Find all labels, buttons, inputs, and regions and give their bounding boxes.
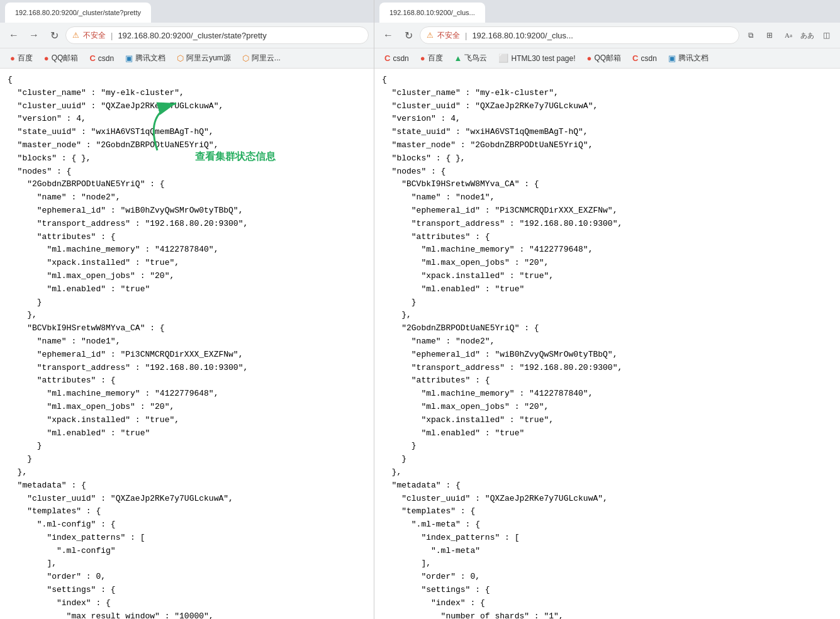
left-browser: 192.168.80.20:9200/_cluster/state?pretty… xyxy=(0,0,374,619)
bookmark-label: HTML30 test page! xyxy=(511,54,575,63)
bookmark-label: 阿里云... xyxy=(252,53,281,64)
bookmark-qqmail[interactable]: ● QQ邮箱 xyxy=(39,52,84,65)
right-url-text: 192.168.80.10:9200/_clus... xyxy=(472,31,573,40)
japanese-text-icon[interactable]: ああ xyxy=(798,26,816,44)
qqmail-icon: ● xyxy=(44,53,49,63)
right-nav-icons: ⧉ ⊞ Aa ああ ◫ xyxy=(742,26,835,44)
bookmark-csdn[interactable]: C csdn xyxy=(84,52,119,64)
feiniuyun-icon: ▲ xyxy=(454,53,462,63)
left-active-tab[interactable]: 192.168.80.20:9200/_cluster/state?pretty xyxy=(5,3,151,23)
security-icon: ⚠ xyxy=(72,31,79,40)
right-bookmark-html30[interactable]: ⬜ HTML30 test page! xyxy=(493,52,580,64)
back-button[interactable]: ← xyxy=(5,26,23,44)
left-content-wrapper: { "cluster_name" : "my-elk-cluster", "cl… xyxy=(0,69,374,619)
bookmark-label: csdn xyxy=(641,54,656,63)
right-insecure-label: 不安全 xyxy=(437,30,460,41)
left-chrome-bar: 192.168.80.20:9200/_cluster/state?pretty… xyxy=(0,0,374,69)
right-bookmark-qqmail[interactable]: ● QQ邮箱 xyxy=(582,52,627,65)
split-icon[interactable]: ◫ xyxy=(817,26,835,44)
separator: | xyxy=(111,31,113,40)
bookmark-label: csdn xyxy=(393,54,408,63)
bookmark-baidu[interactable]: ● 百度 xyxy=(5,52,38,65)
html30-icon: ⬜ xyxy=(498,53,508,63)
right-address-bar[interactable]: ⚠ 不安全 | 192.168.80.10:9200/_clus... xyxy=(420,26,739,44)
bookmark-label: csdn xyxy=(98,54,114,63)
right-content-area: { "cluster_name" : "my-elk-cluster", "cl… xyxy=(374,69,840,619)
baidu-icon: ● xyxy=(10,53,15,63)
baidu-icon-r: ● xyxy=(420,53,425,63)
csdn-icon-r2: C xyxy=(632,53,638,63)
right-bookmark-csdn2[interactable]: C csdn xyxy=(627,52,662,64)
aliyun2-icon: ⬡ xyxy=(242,53,249,63)
forward-button[interactable]: → xyxy=(25,26,43,44)
bookmark-label: 百度 xyxy=(18,53,33,64)
tencent-icon-r: ▣ xyxy=(668,53,676,63)
right-separator: | xyxy=(465,31,467,40)
aliyun-icon: ⬡ xyxy=(177,53,184,63)
left-nav-bar: ← → ↻ ⚠ 不安全 | 192.168.80.20:9200/_cluste… xyxy=(0,23,374,48)
grid-icon[interactable]: ⊞ xyxy=(761,26,778,44)
bookmark-label: 飞鸟云 xyxy=(464,53,487,64)
insecure-label: 不安全 xyxy=(83,30,106,41)
right-reload-button[interactable]: ↻ xyxy=(400,26,417,44)
left-address-bar[interactable]: ⚠ 不安全 | 192.168.80.20:9200/_cluster/stat… xyxy=(65,26,369,44)
bookmark-label: QQ邮箱 xyxy=(52,53,79,64)
bookmark-label: QQ邮箱 xyxy=(594,53,621,64)
right-bookmark-baidu[interactable]: ● 百度 xyxy=(415,52,448,65)
reload-button[interactable]: ↻ xyxy=(45,26,63,44)
left-content-area: { "cluster_name" : "my-elk-cluster", "cl… xyxy=(0,69,374,619)
right-active-tab[interactable]: 192.168.80.10:9200/_clus... xyxy=(379,3,485,23)
left-bookmarks-bar: ● 百度 ● QQ邮箱 C csdn ▣ 腾讯文档 ⬡ 阿里云yum源 ⬡ 阿里… xyxy=(0,48,374,68)
right-bookmark-tencent[interactable]: ▣ 腾讯文档 xyxy=(663,52,714,65)
left-tab-title: 192.168.80.20:9200/_cluster/state?pretty xyxy=(15,9,141,16)
right-browser: 192.168.80.10:9200/_clus... ← ↻ ⚠ 不安全 | … xyxy=(374,0,840,619)
right-bookmark-feiniuyun[interactable]: ▲ 飞鸟云 xyxy=(449,52,493,65)
right-security-icon: ⚠ xyxy=(427,31,434,40)
right-nav-bar: ← ↻ ⚠ 不安全 | 192.168.80.10:9200/_clus... … xyxy=(374,23,840,48)
right-bookmark-csdn[interactable]: C csdn xyxy=(379,52,414,64)
bookmark-label: 百度 xyxy=(428,53,443,64)
bookmark-label: 腾讯文档 xyxy=(135,53,165,64)
right-tab-strip: 192.168.80.10:9200/_clus... xyxy=(374,0,840,23)
csdn-icon: C xyxy=(89,53,95,63)
right-back-button[interactable]: ← xyxy=(379,26,397,44)
right-chrome-bar: 192.168.80.10:9200/_clus... ← ↻ ⚠ 不安全 | … xyxy=(374,0,840,69)
qqmail-icon-r: ● xyxy=(587,53,592,63)
tab-icon[interactable]: ⧉ xyxy=(742,26,759,44)
bookmark-aliyun[interactable]: ⬡ 阿里云... xyxy=(237,52,286,65)
right-tab-title: 192.168.80.10:9200/_clus... xyxy=(389,9,475,16)
bookmark-aliyun-yum[interactable]: ⬡ 阿里云yum源 xyxy=(172,52,236,65)
left-url-text: 192.168.80.20:9200/_cluster/state?pretty xyxy=(118,31,266,40)
bookmark-tencent-doc[interactable]: ▣ 腾讯文档 xyxy=(120,52,171,65)
csdn-icon-r: C xyxy=(384,53,390,63)
right-bookmarks-bar: C csdn ● 百度 ▲ 飞鸟云 ⬜ HTML30 test page! ● … xyxy=(374,48,840,68)
bookmark-label: 阿里云yum源 xyxy=(186,53,231,64)
font-size-icon[interactable]: Aa xyxy=(780,26,797,44)
left-tab-strip: 192.168.80.20:9200/_cluster/state?pretty xyxy=(0,0,374,23)
tencent-icon: ▣ xyxy=(125,53,133,63)
bookmark-label: 腾讯文档 xyxy=(678,53,708,64)
